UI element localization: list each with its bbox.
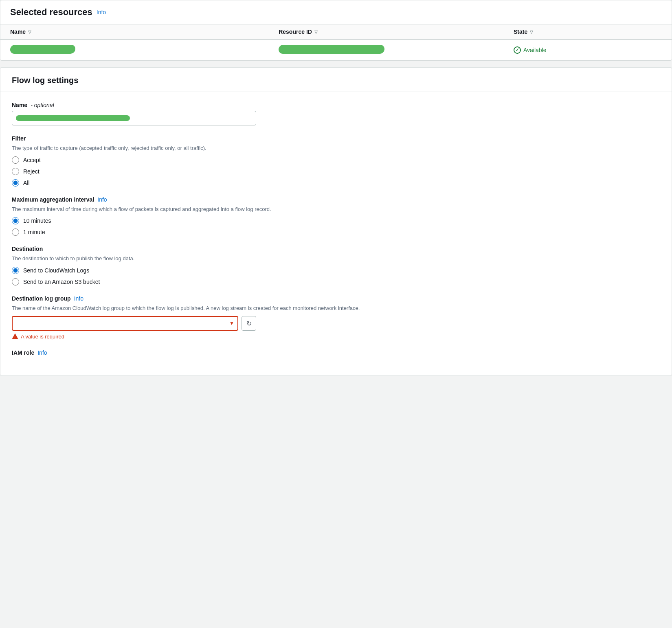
destination-log-group-dropdown-container: ▼ (12, 316, 238, 331)
redacted-name-blob (10, 45, 76, 54)
interval-10min-option[interactable]: 10 minutes (12, 217, 660, 224)
table-header-row: Name ▽ Resource ID ▽ State ▽ (0, 24, 672, 40)
destination-log-group-error: ! A value is required (12, 333, 660, 340)
name-label: Name - optional (12, 102, 660, 108)
redacted-resource-id-blob (279, 45, 385, 54)
max-aggregation-label: Maximum aggregation interval Info (12, 196, 660, 203)
destination-s3-option[interactable]: Send to an Amazon S3 bucket (12, 278, 660, 285)
resources-table: Name ▽ Resource ID ▽ State ▽ (0, 24, 672, 60)
filter-all-radio[interactable] (12, 179, 19, 187)
iam-role-form-group: IAM role Info (12, 349, 660, 356)
max-aggregation-description: The maximum interval of time during whic… (12, 205, 660, 213)
destination-cloudwatch-option[interactable]: Send to CloudWatch Logs (12, 267, 660, 274)
max-aggregation-radio-group: 10 minutes 1 minute (12, 217, 660, 236)
filter-accept-option[interactable]: Accept (12, 156, 660, 164)
section-header: Selected resources Info (0, 0, 672, 24)
destination-cloudwatch-radio[interactable] (12, 267, 19, 274)
available-check-icon (514, 46, 521, 54)
refresh-icon: ↻ (246, 320, 252, 327)
table-row: Available (0, 40, 672, 60)
selected-resources-title: Selected resources (10, 7, 92, 18)
destination-log-group-dropdown-wrapper: ▼ ↻ (12, 316, 256, 331)
name-input-wrapper (12, 111, 256, 125)
state-text: Available (523, 47, 547, 53)
col-header-state: State ▽ (504, 24, 672, 40)
col-header-name: Name ▽ (0, 24, 269, 40)
iam-role-info-link[interactable]: Info (37, 349, 47, 356)
filter-all-option[interactable]: All (12, 179, 660, 187)
filter-description: The type of traffic to capture (accepted… (12, 144, 660, 152)
destination-log-group-select[interactable] (12, 316, 238, 331)
selected-resources-info-link[interactable]: Info (97, 9, 106, 15)
max-aggregation-info-link[interactable]: Info (97, 196, 107, 203)
error-text: A value is required (21, 334, 64, 340)
filter-form-group: Filter The type of traffic to capture (a… (12, 135, 660, 187)
destination-description: The destination to which to publish the … (12, 255, 660, 263)
filter-accept-radio[interactable] (12, 156, 19, 164)
sort-icon-resource-id: ▽ (314, 30, 318, 34)
refresh-button[interactable]: ↻ (242, 316, 256, 331)
page-wrapper: Selected resources Info Name ▽ Resource … (0, 0, 672, 376)
redacted-name-input-blob (16, 115, 130, 121)
destination-label: Destination (12, 246, 660, 252)
filter-label: Filter (12, 135, 660, 142)
name-optional-label: - optional (31, 102, 54, 108)
destination-radio-group: Send to CloudWatch Logs Send to an Amazo… (12, 267, 660, 285)
flow-log-title: Flow log settings (12, 76, 660, 85)
form-body: Name - optional Filter The type of traff… (0, 92, 672, 375)
interval-1min-radio[interactable] (12, 228, 19, 236)
sort-icon-name: ▽ (28, 30, 31, 34)
destination-log-group-label: Destination log group Info (12, 295, 660, 302)
name-form-group: Name - optional (12, 102, 660, 125)
destination-log-group-info-link[interactable]: Info (74, 295, 83, 302)
cell-name (0, 40, 269, 60)
flow-log-header: Flow log settings (0, 68, 672, 92)
svg-text:!: ! (14, 336, 15, 339)
filter-radio-group: Accept Reject All (12, 156, 660, 187)
filter-reject-option[interactable]: Reject (12, 168, 660, 175)
interval-1min-option[interactable]: 1 minute (12, 228, 660, 236)
filter-reject-radio[interactable] (12, 168, 19, 175)
state-available-indicator: Available (514, 46, 662, 54)
warning-icon: ! (12, 333, 18, 340)
cell-resource-id (269, 40, 504, 60)
max-aggregation-form-group: Maximum aggregation interval Info The ma… (12, 196, 660, 236)
col-header-resource-id: Resource ID ▽ (269, 24, 504, 40)
selected-resources-section: Selected resources Info Name ▽ Resource … (0, 0, 672, 61)
sort-icon-state: ▽ (530, 30, 533, 34)
flow-log-section: Flow log settings Name - optional (0, 67, 672, 376)
destination-log-group-description: The name of the Amazon CloudWatch log gr… (12, 304, 660, 312)
iam-role-label: IAM role Info (12, 349, 660, 356)
interval-10min-radio[interactable] (12, 217, 19, 224)
destination-log-group-form-group: Destination log group Info The name of t… (12, 295, 660, 340)
cell-state: Available (504, 40, 672, 60)
destination-form-group: Destination The destination to which to … (12, 246, 660, 285)
destination-s3-radio[interactable] (12, 278, 19, 285)
